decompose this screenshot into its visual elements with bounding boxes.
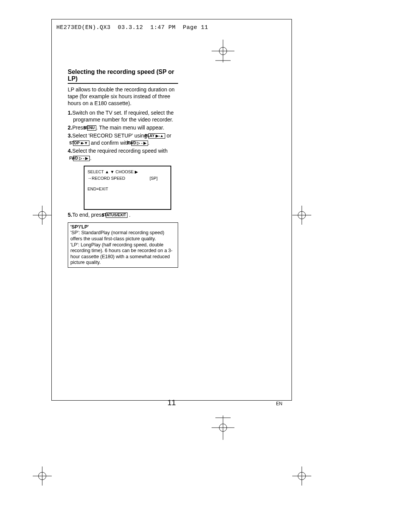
infobox-body: 'SP': StandardPlay (normal recording spe… bbox=[70, 230, 175, 266]
doc-date: 03.3.12 bbox=[118, 24, 143, 31]
registration-mark-right bbox=[292, 206, 311, 225]
osd-select-row: SELECT ▲ ▼ CHOOSE ▶ bbox=[88, 169, 167, 176]
osd-screen: SELECT ▲ ▼ CHOOSE ▶ →RECORD SPEED [SP] E… bbox=[84, 166, 171, 210]
step-text-post: . bbox=[90, 155, 91, 161]
step-number: 4. bbox=[68, 148, 72, 154]
step-3: 3.Select 'RECORD SETUP' using PLAY ▶-▲ o… bbox=[73, 132, 178, 147]
registration-mark-left bbox=[33, 206, 52, 225]
sp-lp-infobox: 'SP'/'LP' 'SP': StandardPlay (normal rec… bbox=[68, 222, 178, 268]
step-4: 4.Select the required recording speed wi… bbox=[73, 147, 178, 162]
step-text-post: . bbox=[148, 140, 150, 146]
section-title: Selecting the recording speed (SP or LP) bbox=[68, 69, 178, 84]
page-number: 11 bbox=[52, 398, 292, 407]
steps-list: 1.Switch on the TV set. If required, sel… bbox=[68, 109, 178, 162]
doc-time: 1:47 PM bbox=[150, 24, 176, 31]
osd-exit: END=EXIT bbox=[88, 186, 167, 193]
steps-list-2: 5.To end, press STATUS/EXIT . bbox=[68, 211, 178, 219]
fwd-key: FWD ▷ - ▶ bbox=[73, 156, 90, 161]
print-header: HE273ED(EN).QX3 03.3.12 1:47 PM Page 11 bbox=[56, 24, 208, 31]
registration-mark-right-bottom bbox=[292, 466, 311, 486]
osd-record-value: [SP] bbox=[150, 175, 158, 182]
step-number: 5. bbox=[68, 212, 72, 218]
status-exit-key: STATUS/EXIT bbox=[106, 212, 128, 218]
osd-record-label: →RECORD SPEED bbox=[88, 176, 125, 181]
step-text-pre: Select the required recording speed with bbox=[72, 148, 168, 154]
registration-mark-top bbox=[212, 40, 234, 62]
stop-key: STOP ■-▼ bbox=[73, 141, 89, 146]
section-intro: LP allows to double the recording durati… bbox=[68, 86, 178, 107]
step-text-mid: or bbox=[165, 133, 171, 139]
step-2: 2.Press MENU. The main menu will appear. bbox=[73, 124, 178, 131]
step-1: 1.Switch on the TV set. If required, sel… bbox=[73, 109, 178, 124]
step-number: 2. bbox=[68, 125, 72, 131]
doc-id: HE273ED(EN).QX3 bbox=[56, 24, 111, 31]
fwd-key: FWD ▷ - ▶ bbox=[131, 141, 148, 146]
osd-record-row: →RECORD SPEED [SP] bbox=[88, 175, 167, 182]
doc-page: Page 11 bbox=[183, 24, 209, 31]
registration-mark-bottom bbox=[212, 415, 234, 440]
step-number: 3. bbox=[68, 133, 72, 139]
step-5: 5.To end, press STATUS/EXIT . bbox=[73, 211, 178, 219]
language-label: EN bbox=[276, 401, 282, 406]
registration-mark-left-bottom bbox=[33, 466, 52, 486]
play-key: PLAY ▶-▲ bbox=[148, 133, 165, 139]
step-number: 1. bbox=[68, 110, 72, 116]
infobox-title: 'SP'/'LP' bbox=[70, 224, 175, 230]
step-text-pre: Select 'RECORD SETUP' using bbox=[72, 133, 149, 139]
step-text: Switch on the TV set. If required, selec… bbox=[72, 110, 174, 123]
content-column: Selecting the recording speed (SP or LP)… bbox=[68, 69, 178, 268]
step-text-post: . The main menu will appear. bbox=[96, 125, 164, 131]
step-text-post: . bbox=[127, 212, 131, 218]
step-text-mid2: and confirm with bbox=[89, 140, 131, 146]
step-text-pre: To end, press bbox=[72, 212, 106, 218]
menu-key: MENU bbox=[87, 125, 96, 131]
